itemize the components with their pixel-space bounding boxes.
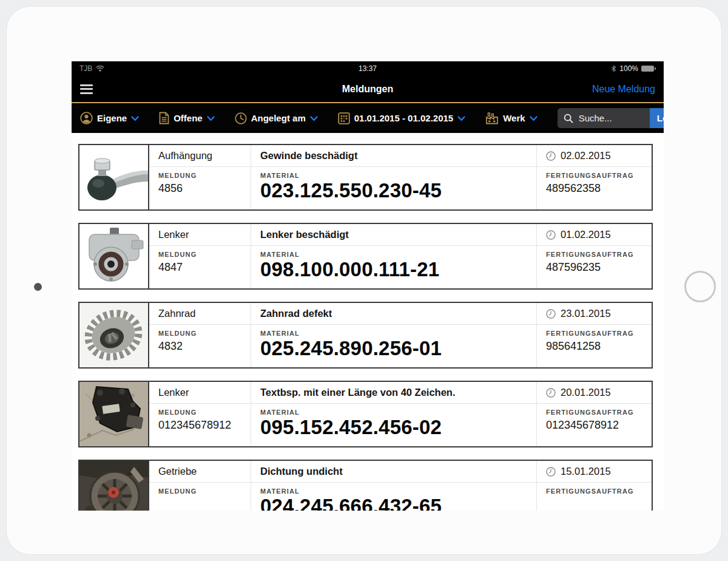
material-label: MATERIAL — [260, 251, 527, 258]
damage-title: Textbsp. mit einer Länge von 40 Zeichen. — [260, 387, 456, 398]
meldung-value: 4847 — [158, 261, 241, 274]
factory-icon — [485, 112, 499, 124]
new-meldung-button[interactable]: Neue Meldung — [592, 84, 655, 95]
created-date: 02.02.2015 — [561, 150, 611, 162]
meldung-label: MELDUNG — [158, 172, 241, 179]
filter-label: Offene — [174, 113, 203, 123]
page-title: Meldungen — [72, 84, 664, 95]
created-date: 01.02.2015 — [561, 229, 611, 240]
filter-label: 01.01.2015 - 01.02.2015 — [354, 113, 453, 123]
part-name: Getriebe — [158, 466, 197, 477]
auftrag-value: 489562358 — [546, 182, 642, 195]
filter-label: Eigene — [97, 113, 127, 123]
created-date: 15.01.2015 — [561, 466, 611, 477]
material-label: MATERIAL — [260, 172, 527, 179]
ipad-body: TJB 13:37 100% Meldungen Ne — [6, 6, 722, 555]
part-photo-gear — [79, 303, 149, 367]
ipad-mockup: TJB 13:37 100% Meldungen Ne — [0, 0, 728, 561]
material-label: MATERIAL — [260, 488, 527, 495]
filter-werk[interactable]: Werk — [485, 112, 537, 124]
filter-label: Werk — [503, 113, 525, 123]
chevron-down-icon — [310, 116, 318, 121]
meldung-label: MELDUNG — [158, 330, 241, 337]
meldung-row[interactable]: Getriebe MELDUNG Dichtung undicht MATERI… — [78, 460, 653, 511]
meldung-row[interactable]: Lenker MELDUNG 012345678912 Textbsp. mit… — [78, 381, 653, 447]
calendar-icon — [338, 112, 350, 124]
clock-time: 13:37 — [72, 64, 664, 73]
material-label: MATERIAL — [260, 409, 527, 416]
clock-small-icon — [546, 467, 556, 477]
part-name: Zahnrad — [158, 308, 195, 319]
meldung-label: MELDUNG — [158, 488, 241, 495]
search-box[interactable] — [558, 108, 650, 128]
search-icon — [564, 114, 573, 123]
auftrag-label: FERTIGUNGSAUFTRAG — [546, 409, 642, 416]
filter-bar: Eigene Offene — [72, 103, 664, 133]
search-go-button[interactable]: Los — [650, 108, 664, 128]
home-button[interactable] — [684, 271, 716, 302]
navigation-bar: Meldungen Neue Meldung — [72, 76, 664, 102]
meldung-label: MELDUNG — [158, 251, 241, 258]
auftrag-label: FERTIGUNGSAUFTRAG — [546, 330, 642, 337]
meldung-row[interactable]: Aufhängung MELDUNG 4856 Gewinde beschädi… — [78, 144, 653, 211]
chevron-down-icon — [131, 116, 139, 121]
chevron-down-icon — [530, 116, 538, 121]
document-icon — [159, 112, 169, 124]
clock-small-icon — [546, 309, 556, 319]
meldung-value: 012345678912 — [158, 419, 241, 432]
material-number: 024.245.666.432-65 — [260, 495, 527, 511]
damage-title: Dichtung undicht — [260, 466, 343, 477]
clock-small-icon — [546, 388, 556, 398]
part-photo-steering-box — [79, 382, 149, 446]
damage-title: Lenker beschädigt — [260, 229, 349, 240]
meldung-label: MELDUNG — [158, 409, 241, 416]
search-group: Los — [558, 108, 664, 128]
material-label: MATERIAL — [260, 330, 527, 337]
material-number: 095.152.452.456-02 — [260, 416, 527, 438]
auftrag-value: 487596235 — [546, 261, 642, 274]
auftrag-value: 012345678912 — [546, 419, 642, 432]
auftrag-label: FERTIGUNGSAUFTRAG — [546, 172, 642, 179]
material-number: 098.100.000.111-21 — [260, 259, 527, 280]
part-name: Aufhängung — [158, 150, 212, 162]
clock-small-icon — [546, 151, 556, 161]
auftrag-label: FERTIGUNGSAUFTRAG — [546, 251, 642, 258]
part-photo-pump — [79, 224, 149, 288]
auftrag-label: FERTIGUNGSAUFTRAG — [546, 488, 642, 495]
filter-offene[interactable]: Offene — [159, 112, 215, 124]
battery-icon — [641, 66, 654, 72]
part-name: Lenker — [158, 387, 189, 398]
auftrag-value: 985641258 — [546, 340, 642, 353]
meldung-value: 4832 — [158, 340, 241, 353]
meldungen-list: Aufhängung MELDUNG 4856 Gewinde beschädi… — [72, 133, 664, 511]
material-number: 025.245.890.256-01 — [260, 338, 527, 359]
clock-small-icon — [546, 230, 556, 240]
created-date: 23.01.2015 — [561, 308, 611, 319]
status-bar: TJB 13:37 100% — [72, 61, 664, 76]
front-camera — [34, 283, 42, 291]
part-photo-gearbox — [79, 461, 149, 511]
part-photo-tie-rod — [79, 145, 149, 209]
damage-title: Zahnrad defekt — [260, 308, 332, 319]
filter-date-range[interactable]: 01.01.2015 - 01.02.2015 — [338, 112, 465, 124]
person-circle-icon — [80, 112, 93, 124]
search-input[interactable] — [578, 112, 644, 124]
damage-title: Gewinde beschädigt — [260, 150, 357, 162]
app-screen: TJB 13:37 100% Meldungen Ne — [72, 61, 664, 511]
material-number: 023.125.550.230-45 — [260, 180, 527, 202]
meldung-row[interactable]: Zahnrad MELDUNG 4832 Zahnrad defekt MATE… — [78, 302, 653, 369]
filter-eigene[interactable]: Eigene — [80, 112, 139, 124]
clock-icon — [235, 112, 247, 124]
filter-angelegt-am[interactable]: Angelegt am — [235, 112, 318, 124]
part-name: Lenker — [158, 229, 189, 240]
created-date: 20.01.2015 — [561, 387, 611, 398]
meldung-value: 4856 — [158, 182, 241, 195]
chevron-down-icon — [457, 116, 465, 121]
filter-label: Angelegt am — [251, 113, 306, 123]
meldung-row[interactable]: Lenker MELDUNG 4847 Lenker beschädigt MA… — [78, 223, 653, 290]
chevron-down-icon — [207, 116, 215, 121]
